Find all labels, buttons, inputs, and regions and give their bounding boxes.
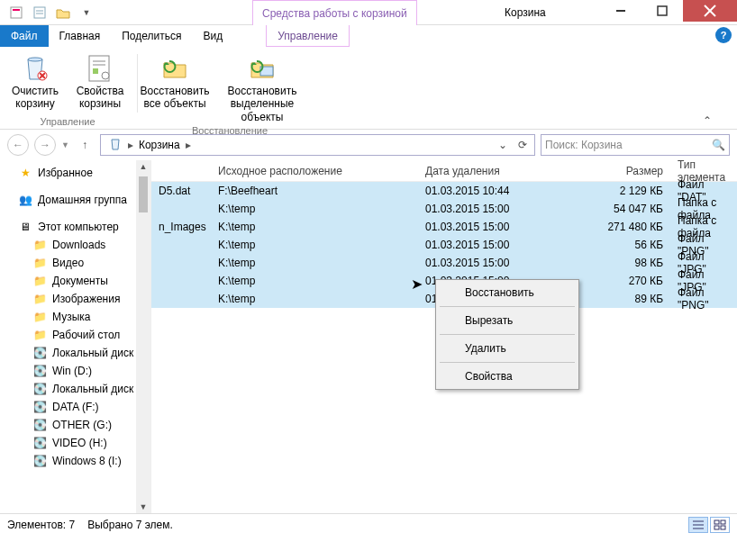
menu-separator <box>440 306 575 307</box>
table-row[interactable]: n_ImagesK:\temp01.03.2015 15:00271 480 К… <box>151 218 737 236</box>
status-selected: Выбрано 7 элем. <box>87 519 173 531</box>
nav-scrollbar[interactable]: ▲ ▼ <box>136 160 150 513</box>
svg-rect-1 <box>13 9 20 11</box>
contextual-tab-title: Средства работы с корзиной <box>252 0 417 25</box>
folder-icon: 📁 <box>32 256 47 270</box>
svg-rect-2 <box>34 7 45 18</box>
thumbnails-view-button[interactable] <box>710 517 730 533</box>
nav-item[interactable]: 📁Видео <box>0 254 150 272</box>
ctx-properties[interactable]: Свойства <box>438 366 577 387</box>
table-row[interactable]: K:\temp01.03.2015 15:0054 047 КБПапка с … <box>151 200 737 218</box>
menu-separator <box>440 334 575 335</box>
folder-icon: 📁 <box>32 292 47 306</box>
qat-dropdown-icon[interactable]: ▼ <box>77 4 96 22</box>
maximize-button[interactable] <box>641 0 683 22</box>
minimize-button[interactable] <box>600 0 641 22</box>
status-count: Элементов: 7 <box>7 519 75 531</box>
search-box[interactable]: Поиск: Корзина 🔍 <box>541 134 730 156</box>
up-button[interactable]: ↑ <box>75 139 95 151</box>
svg-rect-24 <box>714 526 719 529</box>
nav-item[interactable]: 📁Музыка <box>0 308 150 326</box>
history-dropdown-icon[interactable]: ▼ <box>61 140 69 149</box>
scroll-thumb[interactable] <box>139 176 148 212</box>
nav-item[interactable]: 💽VIDEO (H:) <box>0 434 150 452</box>
chevron-right-icon[interactable]: ▸ <box>186 139 191 151</box>
col-size[interactable]: Размер <box>562 165 670 177</box>
ribbon-tabs: Файл Главная Поделиться Вид Управление <box>0 25 737 47</box>
folder-icon: 💽 <box>32 346 47 360</box>
folder-icon: 📁 <box>32 274 47 288</box>
nav-this-pc[interactable]: 🖥Этот компьютер <box>0 218 150 236</box>
folder-icon: 💽 <box>32 418 47 432</box>
tab-view[interactable]: Вид <box>192 25 233 47</box>
address-bar: ← → ▼ ↑ ▸ Корзина ▸ ⌄ ⟳ Поиск: Корзина 🔍 <box>0 130 737 160</box>
restore-all-button[interactable]: Восстановить все объекты <box>143 50 206 123</box>
nav-item[interactable]: 💽DATA (F:) <box>0 398 150 416</box>
scroll-down-icon[interactable]: ▼ <box>136 502 150 511</box>
folder-icon: 💽 <box>32 400 47 414</box>
help-icon[interactable]: ? <box>715 27 732 43</box>
nav-item[interactable]: 💽Локальный диск <box>0 344 150 362</box>
svg-rect-23 <box>721 520 725 524</box>
nav-item[interactable]: 📁Документы <box>0 272 150 290</box>
folder-icon: 📁 <box>32 310 47 324</box>
col-location[interactable]: Исходное расположение <box>211 165 418 177</box>
nav-item[interactable]: 💽OTHER (G:) <box>0 416 150 434</box>
forward-button[interactable]: → <box>34 134 56 156</box>
search-icon: 🔍 <box>712 139 725 151</box>
svg-rect-25 <box>721 526 725 529</box>
collapse-ribbon-icon[interactable]: ⌃ <box>703 114 712 127</box>
close-button[interactable] <box>683 0 737 22</box>
computer-icon: 🖥 <box>18 220 32 234</box>
nav-item[interactable]: 📁Downloads <box>0 236 150 254</box>
col-date[interactable]: Дата удаления <box>418 165 562 177</box>
ribbon: Очистить корзину Свойства корзины Управл… <box>0 47 737 130</box>
tab-share[interactable]: Поделиться <box>111 25 192 47</box>
breadcrumb-segment[interactable]: Корзина <box>133 139 186 151</box>
empty-bin-button[interactable]: Очистить корзину <box>4 50 67 114</box>
column-headers: Исходное расположение Дата удаления Разм… <box>151 160 737 182</box>
refresh-icon[interactable]: ⟳ <box>513 139 532 151</box>
nav-homegroup[interactable]: 👥Домашняя группа <box>0 191 150 209</box>
table-row[interactable]: K:\temp01.03.2015 15:0056 КБФайл "PNG" <box>151 236 737 254</box>
context-menu: Восстановить Вырезать Удалить Свойства <box>435 279 579 390</box>
nav-item[interactable]: 💽Локальный диск <box>0 380 150 398</box>
table-row[interactable]: D5.datF:\Beefheart01.03.2015 10:442 129 … <box>151 182 737 200</box>
address-dropdown-icon[interactable]: ⌄ <box>493 139 513 151</box>
folder-icon: 📁 <box>32 328 47 342</box>
svg-rect-22 <box>714 520 719 524</box>
window-title: Корзина <box>505 0 546 25</box>
tab-file[interactable]: Файл <box>0 25 49 47</box>
nav-item[interactable]: 💽Win (D:) <box>0 362 150 380</box>
nav-item[interactable]: 💽Windows 8 (I:) <box>0 452 150 470</box>
table-row[interactable]: K:\temp01.03.2015 15:0098 КБФайл "JPG" <box>151 254 737 272</box>
folder-icon: 💽 <box>32 436 47 450</box>
status-bar: Элементов: 7 Выбрано 7 элем. <box>0 513 737 535</box>
nav-item[interactable]: 📁Изображения <box>0 290 150 308</box>
ctx-delete[interactable]: Удалить <box>438 338 577 359</box>
nav-favorites[interactable]: ★Избранное <box>0 164 150 182</box>
scroll-up-icon[interactable]: ▲ <box>136 162 150 171</box>
details-view-button[interactable] <box>688 517 708 533</box>
back-button[interactable]: ← <box>7 134 29 156</box>
ctx-cut[interactable]: Вырезать <box>438 310 577 331</box>
recycle-bin-empty-icon <box>21 54 50 83</box>
properties-icon[interactable] <box>31 4 49 22</box>
bin-properties-button[interactable]: Свойства корзины <box>68 50 132 114</box>
tab-home[interactable]: Главная <box>49 25 112 47</box>
new-folder-icon[interactable] <box>54 4 72 22</box>
menu-separator <box>440 362 575 363</box>
svg-point-17 <box>102 72 109 79</box>
star-icon: ★ <box>18 166 32 180</box>
breadcrumb[interactable]: ▸ Корзина ▸ ⌄ ⟳ <box>100 134 535 156</box>
svg-rect-0 <box>11 7 22 18</box>
restore-selected-button[interactable]: Восстановить выделенные объекты <box>208 50 316 123</box>
cursor-icon: ➤ <box>411 275 423 293</box>
svg-rect-6 <box>658 6 667 15</box>
nav-item[interactable]: 📁Рабочий стол <box>0 326 150 344</box>
recycle-bin-icon <box>103 137 128 154</box>
ctx-restore[interactable]: Восстановить <box>438 282 577 303</box>
folder-icon: 💽 <box>32 364 47 378</box>
navigation-pane: ★Избранное 👥Домашняя группа 🖥Этот компью… <box>0 160 151 513</box>
tab-manage[interactable]: Управление <box>266 25 350 47</box>
